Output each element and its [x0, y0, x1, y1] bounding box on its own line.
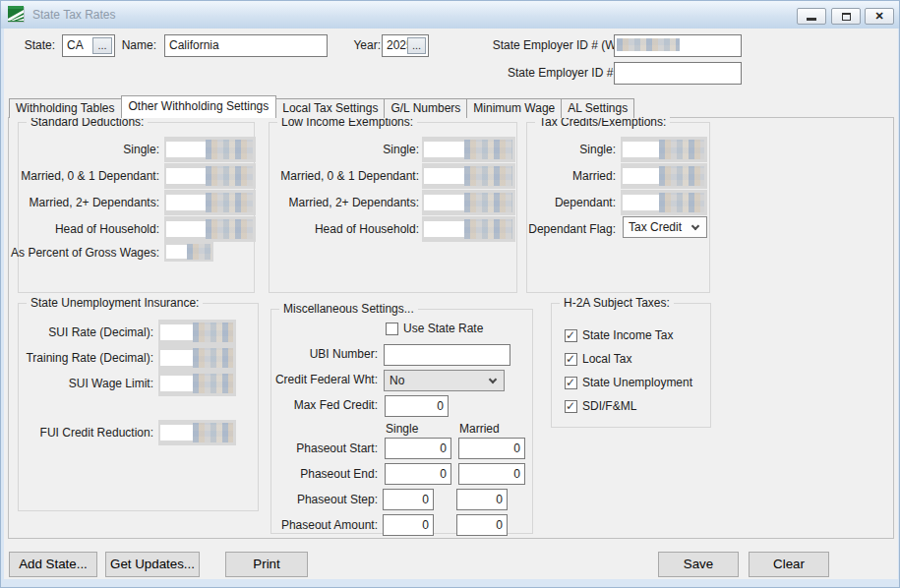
std-married-01-label: Married, 0 & 1 Dependant: — [21, 169, 159, 184]
minimize-button[interactable] — [797, 8, 826, 25]
column-header-single: Single — [386, 422, 418, 436]
dependant-flag-label: Dependant Flag: — [528, 222, 616, 237]
input-field — [623, 142, 661, 157]
tab-minimum-wage[interactable]: Minimum Wage — [466, 98, 562, 118]
state-input[interactable]: CA ... — [62, 34, 115, 57]
tab-withholding-tables[interactable]: Withholding Tables — [9, 98, 122, 118]
add-state-button[interactable]: Add State... — [9, 552, 97, 577]
ubi-number-label: UBI Number: — [310, 347, 378, 362]
chevron-down-icon — [691, 222, 699, 230]
dependant-flag-select[interactable]: Tax Credit — [623, 216, 707, 238]
fui-credit-reduction-input-redacted[interactable] — [158, 420, 236, 445]
phaseout-start-married-input[interactable]: 0 — [458, 438, 525, 459]
redacted-value — [206, 193, 253, 212]
redacted-value — [464, 219, 512, 239]
std-head-of-household-input-redacted[interactable] — [164, 216, 256, 242]
std-married-01-input-redacted[interactable] — [164, 163, 256, 189]
input-field — [166, 221, 207, 237]
maximize-button[interactable] — [831, 8, 861, 25]
tax-single-input-redacted[interactable] — [621, 137, 707, 162]
input-field — [166, 195, 207, 210]
redacted-value — [187, 244, 211, 260]
input-field — [623, 168, 661, 184]
check-icon: ✓ — [565, 401, 576, 412]
print-button[interactable]: Print — [225, 552, 308, 577]
max-fed-credit-input[interactable]: 0 — [385, 395, 449, 417]
input-field — [424, 221, 465, 237]
get-updates-button[interactable]: Get Updates... — [105, 552, 200, 577]
name-input[interactable]: California — [164, 34, 328, 57]
redacted-value — [464, 140, 512, 159]
input-field — [160, 425, 195, 441]
std-single-input-redacted[interactable] — [164, 137, 256, 162]
selected-option: Tax Credit — [629, 220, 682, 234]
name-label: Name: — [122, 34, 156, 57]
std-head-of-household-label: Head of Household: — [55, 222, 159, 237]
tax-married-input-redacted[interactable] — [621, 163, 707, 189]
year-browse-button[interactable]: ... — [407, 37, 426, 54]
tab-local-tax-settings[interactable]: Local Tax Settings — [275, 98, 385, 118]
state-browse-button[interactable]: ... — [92, 37, 112, 54]
clear-button[interactable]: Clear — [749, 552, 829, 577]
check-icon: ✓ — [565, 354, 576, 365]
input-field — [166, 168, 207, 184]
phaseout-step-married-input[interactable]: 0 — [456, 489, 508, 510]
group-title: H-2A Subject Taxes: — [560, 296, 674, 311]
local-tax-checkbox[interactable]: ✓ — [565, 353, 577, 366]
state-unemployment-checkbox[interactable]: ✓ — [565, 377, 577, 389]
sui-wage-limit-label: SUI Wage Limit: — [69, 377, 153, 391]
employer-id-wht-input[interactable] — [614, 34, 742, 57]
low-head-of-household-input-redacted[interactable] — [422, 216, 515, 242]
phaseout-step-single-input[interactable]: 0 — [383, 489, 434, 510]
tab-gl-numbers[interactable]: G/L Numbers — [384, 98, 467, 118]
low-married-2plus-input-redacted[interactable] — [422, 190, 515, 215]
year-input[interactable]: 2025 ... — [382, 34, 429, 57]
std-percent-gross-wages-input-redacted[interactable] — [164, 242, 213, 262]
phaseout-step-label: Phaseout Step: — [297, 493, 378, 507]
phaseout-amount-label: Phaseout Amount: — [281, 518, 378, 533]
group-title: Miscellaneous Settings... — [279, 302, 418, 317]
input-field — [160, 350, 195, 366]
check-icon: ✓ — [565, 330, 576, 341]
sui-wage-limit-input-redacted[interactable] — [158, 371, 236, 396]
redacted-value — [464, 166, 512, 186]
redacted-value — [193, 423, 233, 442]
maximize-icon — [842, 13, 851, 21]
phaseout-end-married-input[interactable]: 0 — [458, 463, 525, 485]
use-state-rate-checkbox[interactable] — [386, 323, 398, 335]
redacted-value — [206, 140, 253, 159]
tax-dependant-input-redacted[interactable] — [621, 190, 707, 215]
input-field — [424, 195, 465, 210]
save-button[interactable]: Save — [658, 552, 739, 577]
use-state-rate-label: Use State Rate — [403, 322, 483, 335]
input-field — [424, 142, 465, 157]
std-single-label: Single: — [123, 143, 159, 157]
low-married-01-input-redacted[interactable] — [422, 163, 515, 189]
close-button[interactable]: ✕ — [865, 8, 894, 25]
std-married-2plus-label: Married, 2+ Dependants: — [30, 196, 159, 210]
redacted-value — [617, 38, 680, 51]
redacted-value — [206, 166, 253, 186]
year-label: Year: — [353, 34, 381, 57]
tab-al-settings[interactable]: AL Settings — [561, 98, 634, 118]
training-rate-input-redacted[interactable] — [158, 345, 236, 371]
employer-id-ui-input[interactable] — [614, 62, 742, 85]
sdi-fml-checkbox[interactable]: ✓ — [565, 400, 577, 413]
minimize-icon — [807, 18, 816, 21]
tab-other-withholding-settings[interactable]: Other Withholding Settings — [121, 95, 277, 118]
low-single-input-redacted[interactable] — [422, 137, 515, 162]
low-married-2plus-label: Married, 2+ Dependants: — [289, 196, 419, 210]
state-income-tax-checkbox[interactable]: ✓ — [565, 329, 577, 342]
std-married-2plus-input-redacted[interactable] — [164, 190, 256, 215]
credit-federal-wht-select[interactable]: No — [384, 370, 505, 391]
titlebar[interactable]: State Tax Rates ✕ — [1, 1, 899, 29]
phaseout-end-single-input[interactable]: 0 — [385, 463, 451, 485]
local-tax-label: Local Tax — [582, 352, 631, 366]
phaseout-amount-single-input[interactable]: 0 — [383, 514, 434, 536]
phaseout-amount-married-input[interactable]: 0 — [456, 514, 508, 536]
ubi-number-input[interactable] — [384, 344, 510, 366]
input-field — [160, 324, 195, 340]
sui-rate-input-redacted[interactable] — [158, 320, 236, 345]
phaseout-start-single-input[interactable]: 0 — [385, 438, 451, 459]
column-header-married: Married — [459, 422, 500, 436]
